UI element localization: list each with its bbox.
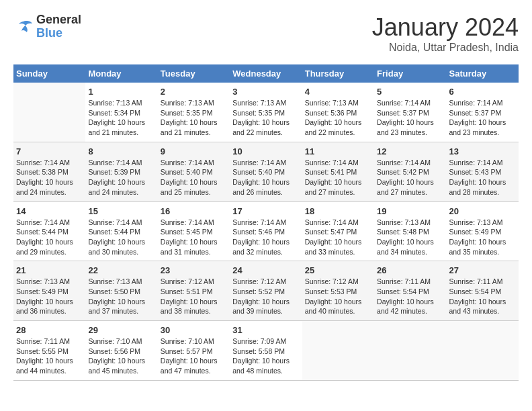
logo-text: General Blue bbox=[36, 13, 81, 40]
header: General Blue January 2024 Noida, Uttar P… bbox=[13, 13, 519, 54]
week-row-2: 7Sunrise: 7:14 AM Sunset: 5:38 PM Daylig… bbox=[13, 142, 519, 201]
day-info: Sunrise: 7:13 AM Sunset: 5:48 PM Dayligh… bbox=[377, 218, 443, 257]
day-number: 21 bbox=[16, 265, 83, 275]
day-number: 30 bbox=[161, 325, 227, 335]
day-number: 20 bbox=[449, 206, 516, 216]
calendar-cell: 20Sunrise: 7:13 AM Sunset: 5:49 PM Dayli… bbox=[447, 201, 519, 261]
day-number: 8 bbox=[88, 146, 154, 156]
day-number: 23 bbox=[161, 265, 227, 275]
weekday-header-wednesday: Wednesday bbox=[230, 64, 302, 83]
calendar-cell: 15Sunrise: 7:14 AM Sunset: 5:44 PM Dayli… bbox=[85, 201, 157, 261]
calendar-cell: 7Sunrise: 7:14 AM Sunset: 5:38 PM Daylig… bbox=[13, 142, 85, 201]
week-row-5: 28Sunrise: 7:11 AM Sunset: 5:55 PM Dayli… bbox=[13, 321, 519, 381]
calendar-cell: 13Sunrise: 7:14 AM Sunset: 5:43 PM Dayli… bbox=[447, 142, 519, 201]
day-info: Sunrise: 7:12 AM Sunset: 5:53 PM Dayligh… bbox=[305, 277, 371, 316]
day-info: Sunrise: 7:13 AM Sunset: 5:35 PM Dayligh… bbox=[161, 98, 227, 138]
day-info: Sunrise: 7:14 AM Sunset: 5:37 PM Dayligh… bbox=[449, 98, 516, 138]
weekday-header-saturday: Saturday bbox=[447, 64, 519, 83]
calendar-cell bbox=[374, 321, 446, 381]
day-number: 18 bbox=[305, 206, 371, 216]
calendar-cell: 19Sunrise: 7:13 AM Sunset: 5:48 PM Dayli… bbox=[374, 201, 446, 261]
day-info: Sunrise: 7:11 AM Sunset: 5:54 PM Dayligh… bbox=[449, 277, 516, 316]
calendar-cell: 25Sunrise: 7:12 AM Sunset: 5:53 PM Dayli… bbox=[302, 261, 374, 321]
day-number: 28 bbox=[16, 325, 83, 335]
calendar-cell: 12Sunrise: 7:14 AM Sunset: 5:42 PM Dayli… bbox=[374, 142, 446, 201]
calendar-cell: 28Sunrise: 7:11 AM Sunset: 5:55 PM Dayli… bbox=[13, 321, 85, 381]
day-number: 22 bbox=[88, 265, 154, 275]
day-info: Sunrise: 7:13 AM Sunset: 5:50 PM Dayligh… bbox=[88, 277, 154, 316]
day-info: Sunrise: 7:14 AM Sunset: 5:44 PM Dayligh… bbox=[88, 218, 154, 257]
calendar-cell: 10Sunrise: 7:14 AM Sunset: 5:40 PM Dayli… bbox=[230, 142, 302, 201]
day-info: Sunrise: 7:14 AM Sunset: 5:43 PM Dayligh… bbox=[449, 158, 516, 197]
day-number: 3 bbox=[232, 87, 299, 97]
calendar-cell: 1Sunrise: 7:13 AM Sunset: 5:34 PM Daylig… bbox=[85, 83, 157, 142]
day-number: 2 bbox=[161, 87, 227, 97]
day-number: 26 bbox=[377, 265, 443, 275]
calendar-cell bbox=[13, 83, 85, 142]
calendar-table: SundayMondayTuesdayWednesdayThursdayFrid… bbox=[13, 64, 519, 381]
calendar-cell: 21Sunrise: 7:13 AM Sunset: 5:49 PM Dayli… bbox=[13, 261, 85, 321]
day-info: Sunrise: 7:13 AM Sunset: 5:34 PM Dayligh… bbox=[88, 98, 154, 138]
day-number: 9 bbox=[161, 146, 227, 156]
day-number: 25 bbox=[305, 265, 371, 275]
day-info: Sunrise: 7:11 AM Sunset: 5:55 PM Dayligh… bbox=[16, 336, 83, 376]
day-info: Sunrise: 7:14 AM Sunset: 5:47 PM Dayligh… bbox=[305, 218, 371, 257]
calendar-cell: 8Sunrise: 7:14 AM Sunset: 5:39 PM Daylig… bbox=[85, 142, 157, 201]
day-info: Sunrise: 7:13 AM Sunset: 5:36 PM Dayligh… bbox=[305, 98, 371, 138]
day-number: 1 bbox=[88, 87, 154, 97]
week-row-3: 14Sunrise: 7:14 AM Sunset: 5:44 PM Dayli… bbox=[13, 201, 519, 261]
location-subtitle: Noida, Uttar Pradesh, India bbox=[372, 42, 519, 54]
day-info: Sunrise: 7:14 AM Sunset: 5:38 PM Dayligh… bbox=[16, 158, 83, 197]
week-row-4: 21Sunrise: 7:13 AM Sunset: 5:49 PM Dayli… bbox=[13, 261, 519, 321]
calendar-cell: 24Sunrise: 7:12 AM Sunset: 5:52 PM Dayli… bbox=[230, 261, 302, 321]
week-row-1: 1Sunrise: 7:13 AM Sunset: 5:34 PM Daylig… bbox=[13, 83, 519, 142]
day-info: Sunrise: 7:13 AM Sunset: 5:35 PM Dayligh… bbox=[232, 98, 299, 138]
day-info: Sunrise: 7:13 AM Sunset: 5:49 PM Dayligh… bbox=[449, 218, 516, 257]
calendar-cell bbox=[302, 321, 374, 381]
day-info: Sunrise: 7:14 AM Sunset: 5:40 PM Dayligh… bbox=[161, 158, 227, 197]
day-info: Sunrise: 7:10 AM Sunset: 5:57 PM Dayligh… bbox=[161, 336, 227, 376]
day-number: 12 bbox=[377, 146, 443, 156]
calendar-cell: 5Sunrise: 7:14 AM Sunset: 5:37 PM Daylig… bbox=[374, 83, 446, 142]
weekday-header-thursday: Thursday bbox=[302, 64, 374, 83]
calendar-cell: 9Sunrise: 7:14 AM Sunset: 5:40 PM Daylig… bbox=[158, 142, 230, 201]
calendar-cell: 18Sunrise: 7:14 AM Sunset: 5:47 PM Dayli… bbox=[302, 201, 374, 261]
day-info: Sunrise: 7:14 AM Sunset: 5:41 PM Dayligh… bbox=[305, 158, 371, 197]
day-info: Sunrise: 7:12 AM Sunset: 5:52 PM Dayligh… bbox=[232, 277, 299, 316]
day-info: Sunrise: 7:12 AM Sunset: 5:51 PM Dayligh… bbox=[161, 277, 227, 316]
calendar-cell: 29Sunrise: 7:10 AM Sunset: 5:56 PM Dayli… bbox=[85, 321, 157, 381]
day-info: Sunrise: 7:13 AM Sunset: 5:49 PM Dayligh… bbox=[16, 277, 83, 316]
day-info: Sunrise: 7:14 AM Sunset: 5:46 PM Dayligh… bbox=[232, 218, 299, 257]
month-title: January 2024 bbox=[372, 13, 519, 42]
day-number: 10 bbox=[232, 146, 299, 156]
calendar-cell: 3Sunrise: 7:13 AM Sunset: 5:35 PM Daylig… bbox=[230, 83, 302, 142]
day-info: Sunrise: 7:14 AM Sunset: 5:42 PM Dayligh… bbox=[377, 158, 443, 197]
calendar-cell: 6Sunrise: 7:14 AM Sunset: 5:37 PM Daylig… bbox=[447, 83, 519, 142]
calendar-cell: 27Sunrise: 7:11 AM Sunset: 5:54 PM Dayli… bbox=[447, 261, 519, 321]
calendar-cell bbox=[447, 321, 519, 381]
weekday-header-monday: Monday bbox=[85, 64, 157, 83]
calendar-cell: 16Sunrise: 7:14 AM Sunset: 5:45 PM Dayli… bbox=[158, 201, 230, 261]
header-row: SundayMondayTuesdayWednesdayThursdayFrid… bbox=[13, 64, 519, 83]
day-number: 13 bbox=[449, 146, 516, 156]
logo: General Blue bbox=[13, 13, 81, 40]
day-number: 31 bbox=[232, 325, 299, 335]
day-number: 5 bbox=[377, 87, 443, 97]
day-info: Sunrise: 7:14 AM Sunset: 5:45 PM Dayligh… bbox=[161, 218, 227, 257]
weekday-header-friday: Friday bbox=[374, 64, 446, 83]
weekday-header-tuesday: Tuesday bbox=[158, 64, 230, 83]
day-number: 14 bbox=[16, 206, 83, 216]
calendar-cell: 11Sunrise: 7:14 AM Sunset: 5:41 PM Dayli… bbox=[302, 142, 374, 201]
day-info: Sunrise: 7:10 AM Sunset: 5:56 PM Dayligh… bbox=[88, 336, 154, 376]
day-number: 17 bbox=[232, 206, 299, 216]
calendar-cell: 17Sunrise: 7:14 AM Sunset: 5:46 PM Dayli… bbox=[230, 201, 302, 261]
day-number: 29 bbox=[88, 325, 154, 335]
day-number: 7 bbox=[16, 146, 83, 156]
day-number: 6 bbox=[449, 87, 516, 97]
day-info: Sunrise: 7:14 AM Sunset: 5:39 PM Dayligh… bbox=[88, 158, 154, 197]
calendar-cell: 23Sunrise: 7:12 AM Sunset: 5:51 PM Dayli… bbox=[158, 261, 230, 321]
title-block: January 2024 Noida, Uttar Pradesh, India bbox=[372, 13, 519, 54]
calendar-cell: 4Sunrise: 7:13 AM Sunset: 5:36 PM Daylig… bbox=[302, 83, 374, 142]
day-number: 11 bbox=[305, 146, 371, 156]
day-number: 27 bbox=[449, 265, 516, 275]
